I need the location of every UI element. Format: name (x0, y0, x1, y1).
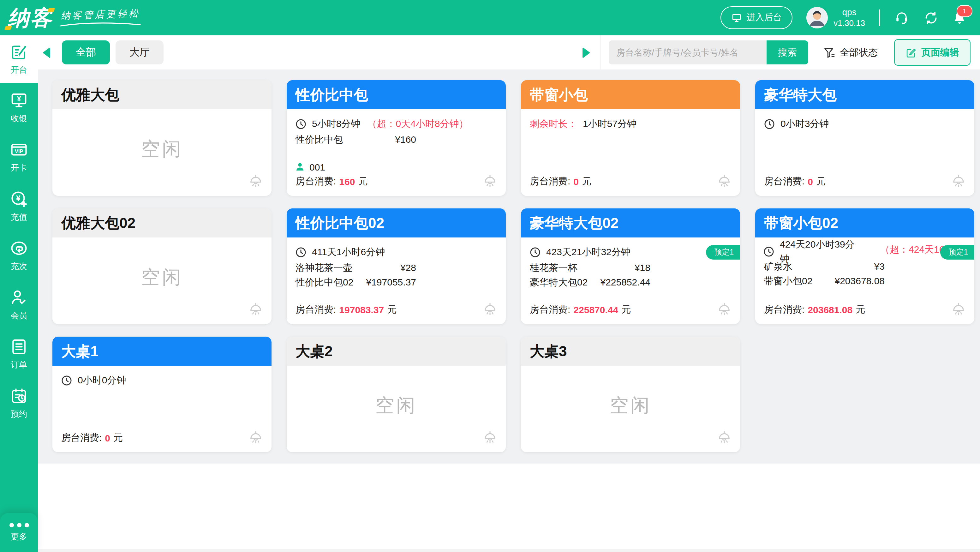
room-card[interactable]: 带窗小包 剩余时长： 1小时57分钟 房台消费: 0 元 (521, 80, 740, 196)
lamp-icon[interactable] (248, 173, 264, 189)
clock-icon (296, 118, 306, 129)
search-box: 搜索 (609, 40, 808, 64)
lamp-icon[interactable] (248, 301, 264, 318)
order-item: 性价比中包 ¥160 (296, 132, 497, 146)
toolbar-divider (600, 35, 601, 70)
search-input[interactable] (609, 40, 767, 64)
status-filter-dropdown[interactable]: 全部状态 (823, 46, 878, 59)
reservation-icon (10, 386, 29, 405)
consume-amount: 0 (573, 176, 579, 187)
sidebar-item-label: 开卡 (11, 162, 27, 173)
lamp-icon[interactable] (950, 173, 967, 189)
room-title: 带窗小包02 (755, 208, 974, 237)
lamp-icon[interactable] (482, 301, 498, 318)
sidebar-item-label: 预约 (11, 408, 27, 420)
consume-amount: 0 (808, 176, 813, 187)
sidebar-item-recharge[interactable]: ¥ 充值 (0, 181, 38, 231)
lamp-icon[interactable] (716, 301, 732, 318)
cashier-icon: ¥ (10, 91, 29, 110)
consume-row: 房台消费: 197083.37 元 (296, 302, 497, 317)
order-item: 性价比中包02 ¥197055.37 (296, 275, 497, 289)
room-card[interactable]: 带窗小包02 预定1 424天20小时39分钟 （超：424天16小时39分钟）… (755, 208, 974, 324)
sidebar-item-label: 会员 (11, 310, 27, 321)
clock-icon (530, 247, 541, 258)
svg-text:VIP: VIP (15, 148, 23, 154)
sidebar-item-cashier[interactable]: ¥ 收银 (0, 83, 38, 132)
horizontal-scrollbar[interactable] (38, 549, 980, 552)
room-card[interactable]: 大桌2 空闲 (287, 337, 506, 452)
notifications-button[interactable]: 1 (953, 10, 966, 25)
enter-backend-button[interactable]: 进入后台 (721, 6, 792, 29)
sidebar-item-open-table[interactable]: 开台 (0, 35, 38, 83)
guest-count: 001 (309, 161, 325, 172)
page-edit-button[interactable]: 页面编辑 (894, 39, 970, 66)
tabs-scroll-left-button[interactable] (38, 47, 54, 58)
sidebar-item-orders[interactable]: 订单 (0, 329, 38, 378)
sidebar-item-vip-card[interactable]: VIP 开卡 (0, 132, 38, 181)
sidebar-item-recharge-times[interactable]: 充次 (0, 231, 38, 280)
lamp-icon[interactable] (482, 173, 498, 189)
room-card[interactable]: 豪华特大包 0小时3分钟 房台消费: 0 元 (755, 80, 974, 196)
room-card[interactable]: 性价比中包 5小时8分钟 （超：0天4小时8分钟） 性价比中包 ¥160 (287, 80, 506, 196)
room-title: 大桌3 (521, 337, 740, 366)
open-table-icon (10, 42, 29, 61)
order-item: 豪华特大包02 ¥225852.44 (530, 275, 731, 289)
room-title: 性价比中包02 (287, 208, 506, 237)
lamp-icon[interactable] (716, 430, 732, 446)
sync-icon (923, 10, 939, 25)
remaining-time: 1小时57分钟 (583, 118, 636, 130)
room-title: 带窗小包 (521, 80, 740, 109)
reservation-badge[interactable]: 预定1 (940, 245, 974, 259)
sidebar-item-reservation[interactable]: 预约 (0, 378, 38, 428)
tabs-scroll-right-button[interactable] (578, 47, 594, 58)
lamp-icon[interactable] (248, 430, 264, 446)
elapsed-time: 0小时3分钟 (781, 118, 829, 130)
sidebar-item-label: 收银 (11, 113, 27, 124)
room-title: 性价比中包 (287, 80, 506, 109)
sidebar-item-member[interactable]: 会员 (0, 280, 38, 329)
tab-hall[interactable]: 大厅 (116, 40, 164, 64)
notification-badge: 1 (957, 5, 972, 17)
customer-service-button[interactable] (894, 10, 909, 25)
page-edit-label: 页面编辑 (921, 46, 959, 59)
member-icon (10, 288, 29, 307)
room-grid-wrap: 优雅大包 空闲 性价比中包 5小时8分钟 (38, 70, 980, 464)
room-card[interactable]: 优雅大包 空闲 (52, 80, 272, 196)
room-board: 优雅大包 空闲 性价比中包 5小时8分钟 (38, 70, 980, 552)
user-info[interactable]: qps v1.30.13 (807, 7, 865, 29)
sidebar-item-label: 充次 (11, 261, 27, 272)
consume-row: 房台消费: 203681.08 元 (764, 302, 966, 317)
room-card[interactable]: 大桌1 0小时0分钟 房台消费: 0 元 (52, 337, 272, 452)
sync-button[interactable] (923, 10, 939, 25)
consume-row: 房台消费: 0 元 (764, 174, 966, 189)
lamp-icon[interactable] (716, 173, 732, 189)
sidebar: 开台 ¥ 收银 VIP 开卡 ¥ 充值 充次 会员 订单 预约 (0, 35, 38, 552)
app-window: 纳客 纳客管店更轻松 进入后台 qps v1.30.13 (0, 0, 980, 552)
tab-all[interactable]: 全部 (62, 40, 110, 64)
room-card[interactable]: 优雅大包02 空闲 (52, 208, 272, 324)
room-title: 豪华特大包 (755, 80, 974, 109)
room-card[interactable]: 豪华特大包02 预定1 423天21小时32分钟 桂花茶一杯 ¥18 豪华特大包… (521, 208, 740, 324)
topbar: 纳客 纳客管店更轻松 进入后台 qps v1.30.13 (0, 0, 980, 35)
order-item: 矿泉水 ¥3 (764, 259, 966, 274)
reservation-badge[interactable]: 预定1 (706, 245, 740, 259)
room-card[interactable]: 性价比中包02 411天1小时6分钟 洛神花茶一壶 ¥28 性价比中包02 ¥ (287, 208, 506, 324)
sidebar-item-more[interactable]: 更多 (0, 513, 38, 552)
idle-status-label: 空闲 (141, 265, 183, 291)
lamp-icon[interactable] (950, 301, 967, 318)
vip-card-icon: VIP (10, 140, 29, 159)
sidebar-item-label: 开台 (11, 64, 27, 76)
orders-icon (10, 337, 29, 356)
order-item: 洛神花茶一壶 ¥28 (296, 260, 497, 275)
lamp-icon[interactable] (482, 430, 498, 446)
consume-amount: 225870.44 (573, 304, 618, 315)
elapsed-time: 5小时8分钟 (312, 118, 360, 130)
search-button[interactable]: 搜索 (767, 40, 808, 64)
clock-icon (296, 247, 306, 258)
elapsed-time: 411天1小时6分钟 (312, 246, 385, 258)
chevron-right-icon (582, 47, 590, 58)
room-card[interactable]: 大桌3 空闲 (521, 337, 740, 452)
brand-logo: 纳客 纳客管店更轻松 (8, 7, 142, 29)
toolbar: 全部 大厅 搜索 全部状态 页面编辑 (38, 35, 980, 70)
sidebar-item-label: 订单 (11, 359, 27, 371)
